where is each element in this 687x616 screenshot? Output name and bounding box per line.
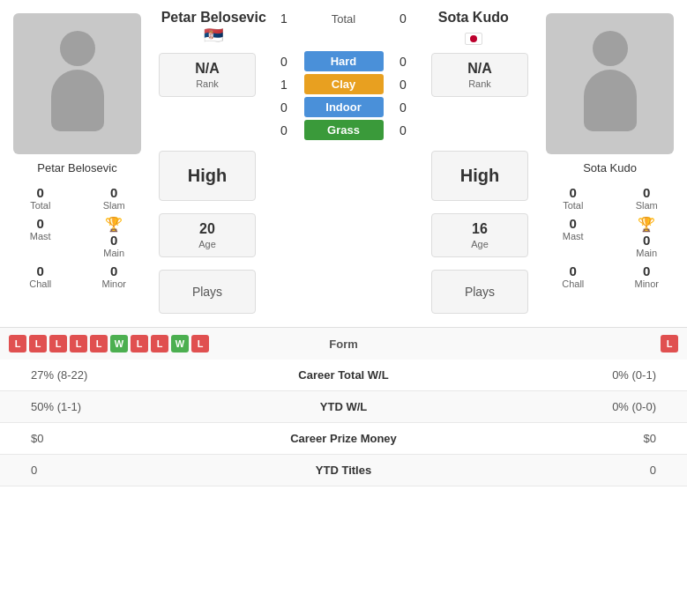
left-chall-label: Chall <box>29 278 51 289</box>
right-main-cell: 🏆 0 Main <box>611 214 683 260</box>
right-clay-val: 0 <box>388 78 419 92</box>
right-total-label: Total <box>563 200 583 211</box>
right-minor-label: Minor <box>634 278 659 289</box>
right-high-box: High <box>431 151 528 201</box>
left-form-badges: LLLLLWLLWL <box>9 335 291 353</box>
right-rank-box: N/A Rank <box>431 53 528 97</box>
left-form-badge-l: L <box>90 335 108 353</box>
right-mast-label: Mast <box>563 231 584 241</box>
ytd-wl-label: YTD W/L <box>256 400 432 413</box>
right-age-value: 16 <box>437 221 523 237</box>
left-trophy-icon: 🏆 <box>105 216 123 233</box>
career-prize-row: $0 Career Prize Money $0 <box>0 423 687 455</box>
right-high-text: High <box>437 159 523 193</box>
right-chall-cell: 0 Chall <box>537 262 609 291</box>
left-slam-value: 0 <box>110 185 117 200</box>
ytd-titles-row: 0 YTD Titles 0 <box>0 455 687 486</box>
right-slam-cell: 0 Slam <box>611 183 683 212</box>
left-total-value: 0 <box>37 185 44 200</box>
right-header-name: Sota Kudo <box>419 9 529 26</box>
right-trophy-icon: 🏆 <box>638 216 655 233</box>
left-total-label: Total <box>30 200 50 211</box>
right-total-cell: 0 Total <box>537 183 609 212</box>
right-player-avatar <box>546 13 674 154</box>
left-form-badge-w: W <box>171 335 189 353</box>
right-age-box: 16 Age <box>431 213 528 257</box>
left-ytd-wl: 50% (1-1) <box>13 400 256 413</box>
left-form-badge-w: W <box>110 335 128 353</box>
left-chall-value: 0 <box>37 263 44 278</box>
left-mast-value: 0 <box>37 216 44 231</box>
left-high-box: High <box>159 151 256 201</box>
right-player-header: Sota Kudo <box>419 9 529 45</box>
right-mast-cell: 0 Mast <box>537 214 609 260</box>
right-head <box>593 31 628 66</box>
right-ytd-titles: 0 <box>432 464 675 477</box>
left-flag: 🇷🇸 <box>159 26 269 45</box>
left-main-label: Main <box>103 248 124 258</box>
clay-badge: Clay <box>304 74 384 94</box>
right-body <box>584 70 637 131</box>
center-column: Petar Belosevic 🇷🇸 1 Total 0 Sota Kudo <box>154 0 533 327</box>
left-high-text: High <box>164 159 250 193</box>
right-minor-value: 0 <box>643 263 650 278</box>
left-career-prize: $0 <box>13 432 256 445</box>
right-grass-val: 0 <box>388 123 419 137</box>
right-form-badge-l: L <box>661 335 678 353</box>
left-age-value: 20 <box>164 221 250 237</box>
right-form-badges: L <box>397 335 679 353</box>
left-minor-label: Minor <box>101 278 126 289</box>
total-row: 1 Total 0 <box>269 11 419 26</box>
right-total-value: 0 <box>570 185 577 200</box>
career-prize-label: Career Prize Money <box>256 432 432 445</box>
form-label: Form <box>291 338 397 351</box>
right-career-prize: $0 <box>432 432 675 445</box>
left-mast-label: Mast <box>30 231 51 241</box>
career-total-row: 27% (8-22) Career Total W/L 0% (0-1) <box>0 360 687 391</box>
left-indoor-val: 0 <box>269 100 300 115</box>
right-rank-label: Rank <box>437 78 523 89</box>
right-career-total: 0% (0-1) <box>432 368 675 382</box>
right-age-label: Age <box>437 239 523 249</box>
left-clay-val: 1 <box>269 78 300 92</box>
right-total-surface-val: 0 <box>388 11 419 26</box>
left-body <box>51 70 104 131</box>
left-hard-val: 0 <box>269 55 300 69</box>
left-rank-box: N/A Rank <box>159 53 256 97</box>
left-form-badge-l: L <box>29 335 47 353</box>
hard-row: 0 Hard 0 <box>260 51 427 71</box>
ytd-wl-row: 50% (1-1) YTD W/L 0% (0-0) <box>0 391 687 423</box>
form-section: LLLLLWLLWL Form L <box>0 327 687 360</box>
right-chall-label: Chall <box>562 278 584 289</box>
right-slam-value: 0 <box>643 185 650 200</box>
right-plays-text: Plays <box>437 278 523 306</box>
left-career-total: 27% (8-22) <box>13 368 256 382</box>
right-indoor-val: 0 <box>388 100 419 115</box>
right-main-label: Main <box>636 248 657 258</box>
left-silhouette <box>42 31 113 137</box>
left-slam-cell: 0 Slam <box>78 183 151 212</box>
career-total-label: Career Total W/L <box>256 368 432 382</box>
left-form-badge-l: L <box>151 335 168 353</box>
main-content: Petar Belosevic 0 Total 0 Slam 0 Mast 🏆 … <box>0 0 687 327</box>
right-player-name: Sota Kudo <box>583 161 637 174</box>
left-rank-value: N/A <box>164 61 250 77</box>
grass-row: 0 Grass 0 <box>260 120 427 140</box>
left-plays-box: Plays <box>159 270 256 314</box>
right-main-value: 0 <box>643 233 650 248</box>
japan-flag-icon <box>465 33 482 45</box>
left-chall-cell: 0 Chall <box>4 262 77 291</box>
grass-badge: Grass <box>304 120 384 140</box>
surface-rows-container: 0 Hard 0 1 Clay 0 0 Indoor 0 <box>256 48 431 143</box>
right-slam-label: Slam <box>636 200 658 211</box>
left-total-surface-val: 1 <box>269 11 300 26</box>
left-form-badge-l: L <box>131 335 148 353</box>
indoor-row: 0 Indoor 0 <box>260 97 427 117</box>
right-rank-value: N/A <box>437 61 523 77</box>
left-player-header: Petar Belosevic 🇷🇸 <box>159 9 269 45</box>
stats-section: 27% (8-22) Career Total W/L 0% (0-1) 50%… <box>0 360 687 486</box>
right-hard-val: 0 <box>388 55 419 69</box>
left-minor-cell: 0 Minor <box>78 262 151 291</box>
left-form-badge-l: L <box>191 335 209 353</box>
right-player-section: Sota Kudo 0 Total 0 Slam 0 Mast 🏆 0 Main… <box>533 0 687 327</box>
